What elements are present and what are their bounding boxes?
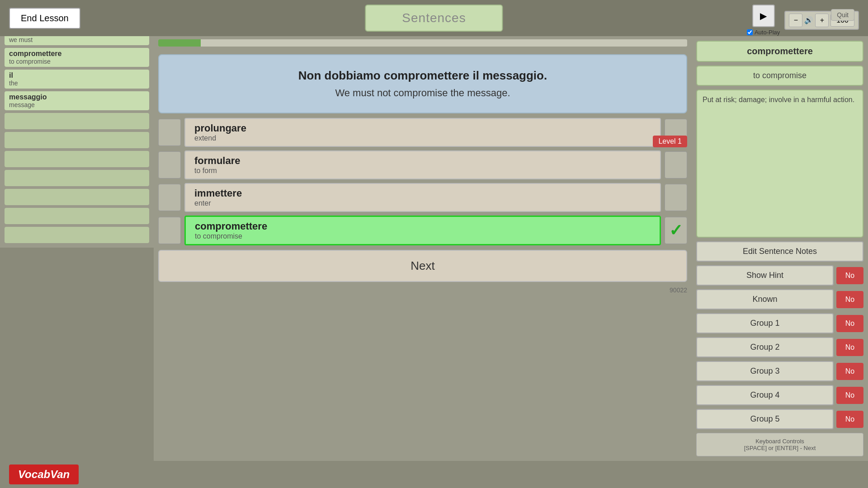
choice-secondary-2: to form: [194, 167, 651, 175]
end-lesson-button[interactable]: End Lesson: [9, 8, 80, 29]
word-primary: messaggio: [9, 93, 145, 101]
choice-row-2: formulare to form: [158, 150, 687, 179]
progress-bar-fill: [158, 39, 201, 47]
group3-row: Group 3 No: [696, 361, 863, 381]
keyboard-hint: [SPACE] or [ENTER] - Next: [701, 445, 859, 451]
volume-plus-button[interactable]: +: [815, 14, 829, 27]
group4-no-button[interactable]: No: [836, 387, 863, 404]
checkmark-icon: ✓: [669, 221, 683, 240]
vocabvan-logo: VocabVan: [9, 465, 79, 484]
right-sidebar: compromettere to compromise Put at risk;…: [692, 36, 868, 461]
group2-no-button[interactable]: No: [836, 339, 863, 356]
progress-area: [154, 36, 692, 50]
word-primary: il: [9, 71, 145, 80]
word-item-empty-6: [5, 208, 149, 224]
choice-secondary-4: to compromise: [195, 232, 651, 240]
autoplay-checkbox[interactable]: [747, 29, 753, 35]
level-badge: Level 1: [653, 136, 687, 147]
play-button[interactable]: ▶: [752, 5, 775, 27]
word-primary: compromettere: [9, 50, 145, 58]
center-content: Non dobbiamo compromettere il messaggio.…: [154, 50, 692, 488]
volume-minus-button[interactable]: −: [789, 14, 802, 27]
bottom-bar: VocabVan: [0, 461, 868, 488]
group1-row: Group 1 No: [696, 313, 863, 333]
word-item-empty-3: [5, 151, 149, 167]
group3-no-button[interactable]: No: [836, 363, 863, 380]
word-secondary: message: [9, 101, 145, 108]
word-item-compromettere: compromettere to compromise: [5, 48, 149, 67]
group2-row: Group 2 No: [696, 337, 863, 357]
choice-primary-4: compromettere: [195, 221, 651, 232]
choice-row-4: compromettere to compromise ✓: [158, 216, 687, 245]
quit-button[interactable]: Quit: [831, 9, 854, 21]
autoplay-label: Auto-Play: [747, 29, 780, 36]
word-secondary: the: [9, 80, 145, 87]
sentence-box: Non dobbiamo compromettere il messaggio.…: [158, 54, 687, 113]
choice-secondary-3: enter: [194, 199, 651, 207]
word-item-empty-7: [5, 227, 149, 243]
choices-container: prolungare extend formulare to form imme…: [158, 118, 687, 245]
word-item-messaggio: messaggio message: [5, 91, 149, 110]
group1-no-button[interactable]: No: [836, 315, 863, 332]
word-item-empty-5: [5, 189, 149, 205]
group5-row: Group 5 No: [696, 409, 863, 429]
choice-left-btn-4[interactable]: [158, 217, 181, 244]
choice-row-3: immettere enter: [158, 183, 687, 212]
word-header: compromettere: [696, 41, 863, 62]
top-quit-area: ▶ Auto-Play − 🔊 + 100 Quit: [692, 0, 868, 36]
choice-right-btn-4: ✓: [665, 217, 687, 244]
known-no-button[interactable]: No: [836, 291, 863, 308]
edit-notes-row: Edit Sentence Notes: [696, 241, 863, 262]
choice-right-btn-3: [665, 184, 687, 211]
choice-left-btn-2[interactable]: [158, 151, 181, 178]
choice-primary-3: immettere: [194, 188, 651, 199]
group4-row: Group 4 No: [696, 385, 863, 405]
progress-bar-container: [158, 39, 687, 47]
keyboard-controls: Keyboard Controls [SPACE] or [ENTER] - N…: [696, 433, 863, 456]
left-sidebar: non no dobbiamo we must compromettere to…: [0, 0, 154, 248]
group2-button[interactable]: Group 2: [696, 337, 834, 357]
playback-controls: ▶ Auto-Play − 🔊 + 100 Quit: [747, 5, 859, 36]
group5-no-button[interactable]: No: [836, 411, 863, 428]
word-secondary: to compromise: [9, 58, 145, 65]
choice-btn-4-correct[interactable]: compromettere to compromise: [184, 216, 661, 245]
choice-right-btn-2: [665, 151, 687, 178]
page-title: Sentences: [365, 5, 503, 32]
choice-left-btn-1[interactable]: [158, 119, 181, 146]
next-button[interactable]: Next: [158, 250, 687, 282]
choice-secondary-1: extend: [194, 134, 651, 142]
choice-btn-1[interactable]: prolungare extend: [184, 118, 661, 147]
known-button[interactable]: Known: [696, 289, 834, 310]
choice-primary-1: prolungare: [194, 122, 651, 134]
known-row: Known No: [696, 289, 863, 310]
choice-left-btn-3[interactable]: [158, 184, 181, 211]
keyboard-controls-title: Keyboard Controls: [701, 438, 859, 445]
hint-no-button[interactable]: No: [836, 267, 863, 284]
word-item-empty-4: [5, 170, 149, 186]
volume-icon: 🔊: [804, 16, 813, 24]
word-secondary: we must: [9, 36, 145, 43]
word-definition: Put at risk; damage; involve in a harmfu…: [696, 89, 863, 238]
edit-sentence-notes-button[interactable]: Edit Sentence Notes: [696, 241, 863, 262]
sentence-id: 90022: [670, 286, 687, 294]
word-translation: to compromise: [696, 66, 863, 86]
choice-btn-2[interactable]: formulare to form: [184, 150, 661, 179]
group1-button[interactable]: Group 1: [696, 313, 834, 333]
word-item-il: il the: [5, 70, 149, 89]
word-item-empty-1: [5, 113, 149, 129]
show-hint-button[interactable]: Show Hint: [696, 265, 834, 286]
choice-btn-3[interactable]: immettere enter: [184, 183, 661, 212]
choice-primary-2: formulare: [194, 155, 651, 167]
group5-button[interactable]: Group 5: [696, 409, 834, 429]
group3-button[interactable]: Group 3: [696, 361, 834, 381]
sentence-english: We must not compromise the message.: [177, 87, 668, 99]
group4-button[interactable]: Group 4: [696, 385, 834, 405]
show-hint-row: Show Hint No: [696, 265, 863, 286]
choice-row-1: prolungare extend: [158, 118, 687, 147]
sentence-italian: Non dobbiamo compromettere il messaggio.: [177, 69, 668, 83]
word-item-empty-2: [5, 132, 149, 148]
